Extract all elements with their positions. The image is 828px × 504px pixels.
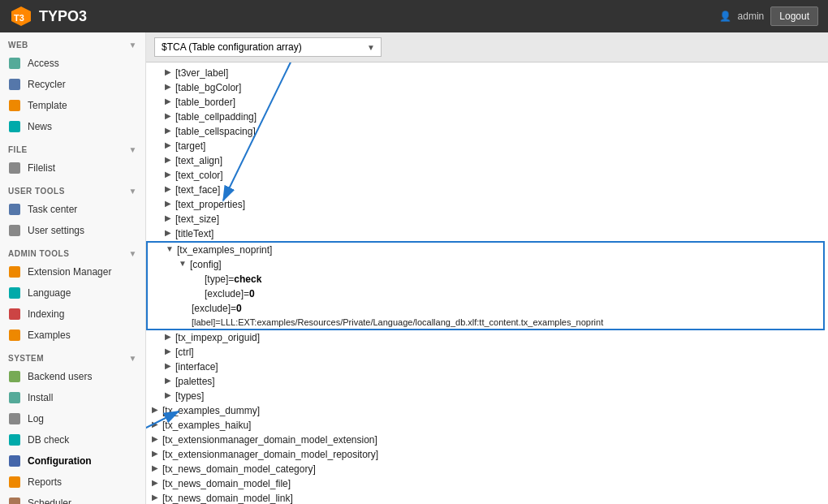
sidebar-item-db-check[interactable]: DB check [0,429,145,450]
tree-node[interactable]: ▶[tx_examples_dummy] [146,403,828,418]
tree-node[interactable]: ▶[table_cellpadding] [146,110,828,124]
reports-icon [9,476,20,488]
sidebar-item-news[interactable]: News [0,116,145,137]
tree-label: [tx_impexp_origuid] [174,331,261,344]
tree-toggle[interactable]: ▶ [149,478,161,489]
tree-toggle[interactable]: ▶ [162,347,174,358]
chevron-down-icon: ▼ [129,354,137,363]
tree-node[interactable]: ▶[tx_news_domain_model_category] [146,462,828,476]
tree-toggle[interactable]: ▶ [162,97,174,108]
indexing-icon [9,308,20,320]
sidebar-item-template[interactable]: Template [0,95,145,116]
tree-toggle[interactable]: ▶ [162,390,174,402]
sidebar-item-recycler[interactable]: Recycler [0,74,145,95]
content-area: $TCA (Table configuration array) $TYPO3_… [146,32,828,504]
tree-toggle[interactable]: ▶ [162,67,174,79]
tree-node[interactable]: ▶[tx_extensionmanager_domain_model_exten… [146,433,828,447]
sidebar-item-configuration[interactable]: Configuration [0,450,145,472]
tree-node[interactable]: ▶[table_bgColor] [146,80,828,95]
tree-node[interactable]: ▶[palettes] [146,374,828,389]
tree-node[interactable]: [label]=LLL:EXT:examples/Resources/Priva… [148,316,823,329]
tree-label: [types] [174,390,205,403]
sidebar-item-access[interactable]: Access [0,53,145,74]
tree-toggle[interactable]: ▼ [164,244,175,256]
tree-toggle[interactable]: ▶ [149,449,161,460]
tree-node[interactable]: ▼[tx_examples_noprint] [146,241,825,257]
tree-node[interactable]: ▶[tx_impexp_origuid] [146,330,828,345]
sidebar-item-indexing[interactable]: Indexing [0,304,145,325]
sidebar-item-examples[interactable]: Examples [0,325,145,346]
sidebar-item-extension-manager[interactable]: Extension Manager [0,261,145,282]
tree-toggle[interactable]: ▶ [149,420,161,431]
tree-content[interactable]: ▶[t3ver_label]▶[table_bgColor]▶[table_bo… [146,62,828,504]
tree-node[interactable]: ▶[text_align] [146,153,828,168]
tree-node[interactable]: ▶[text_size] [146,212,828,226]
sidebar-item-scheduler[interactable]: Scheduler [0,493,145,504]
tree-toggle[interactable]: ▶ [149,463,161,475]
task-center-icon [9,204,20,215]
tree-toggle[interactable]: ▶ [162,199,174,210]
tree-node[interactable]: ▶[interface] [146,360,828,374]
tree-node[interactable]: ▶[tx_extensionmanager_domain_model_repos… [146,447,828,462]
tree-node[interactable]: ▶[text_color] [146,168,828,183]
chevron-down-icon: ▼ [129,187,137,196]
user-icon: 👤 [719,11,731,22]
tree-toggle[interactable]: ▶ [162,213,174,225]
tree-toggle[interactable]: ▶ [149,434,161,446]
chevron-down-icon: ▼ [129,145,137,154]
logout-button[interactable]: Logout [770,6,818,26]
tree-toggle[interactable]: ▶ [162,228,174,239]
tree-toggle[interactable]: ▶ [162,361,174,373]
tree-node[interactable]: [exclude]=0 [148,301,823,316]
sidebar-item-filelist[interactable]: Filelist [0,157,145,179]
tree-node[interactable]: ▶[tx_news_domain_model_file] [146,476,828,491]
tca-select[interactable]: $TCA (Table configuration array) $TYPO3_… [154,37,382,57]
sidebar-item-user-settings[interactable]: User settings [0,220,145,241]
tree-toggle[interactable]: ▶ [162,170,174,181]
tree-node[interactable]: ▶[text_face] [146,183,828,197]
tree-node[interactable]: ▶[titleText] [146,226,828,241]
tree-toggle[interactable]: ▶ [162,376,174,387]
user-area: 👤 admin Logout [719,6,818,26]
sidebar-section-file: FILE ▼ [0,140,145,157]
tree-node[interactable]: ▶[target] [146,139,828,153]
tree-toggle[interactable]: ▶ [162,111,174,123]
tree-node[interactable]: [exclude]=0 [148,286,823,301]
tree-node[interactable]: ▶[text_properties] [146,197,828,212]
sidebar-item-install[interactable]: Install [0,387,145,408]
tree-node[interactable]: ▶[ctrl] [146,345,828,360]
content-toolbar: $TCA (Table configuration array) $TYPO3_… [146,32,828,62]
examples-icon [9,330,20,341]
username-label: admin [738,11,765,22]
sidebar-item-backend-users[interactable]: Backend users [0,366,145,387]
tree-node[interactable]: ▶[t3ver_label] [146,66,828,80]
sidebar-item-log[interactable]: Log [0,408,145,429]
tree-toggle[interactable]: ▶ [162,184,174,196]
sidebar-item-reports[interactable]: Reports [0,472,145,493]
tree-toggle[interactable]: ▶ [162,332,174,343]
log-icon [9,413,20,424]
tree-toggle[interactable]: ▶ [162,126,174,137]
sidebar-item-language[interactable]: Language [0,282,145,304]
tree-node[interactable]: ▼[config] [148,257,823,272]
sidebar-section-web: WEB ▼ [0,36,145,53]
tree-node[interactable]: ▶[types] [146,389,828,403]
sidebar-section-usertools: USER TOOLS ▼ [0,182,145,199]
tree-node[interactable]: [type]=check [148,272,823,286]
tree-node[interactable]: ▶[tx_examples_haiku] [146,418,828,433]
sidebar: WEB ▼ Access Recycler Template News FILE… [0,32,146,504]
tree-toggle[interactable]: ▼ [177,259,188,270]
dropdown-wrapper[interactable]: $TCA (Table configuration array) $TYPO3_… [154,37,382,57]
tree-toggle[interactable]: ▶ [162,140,174,152]
tree-node[interactable]: ▶[table_cellspacing] [146,124,828,139]
tree-toggle[interactable]: ▶ [162,82,174,93]
tree-label: [titleText] [174,227,215,240]
tree-toggle[interactable]: ▶ [149,493,161,504]
tree-node[interactable]: ▶[tx_news_domain_model_link] [146,491,828,504]
tree-node[interactable]: ▶[table_border] [146,95,828,110]
tree-toggle[interactable]: ▶ [162,155,174,166]
tree-label: [tx_extensionmanager_domain_model_extens… [161,433,379,446]
tree-label: [exclude]=0 [190,302,244,315]
tree-toggle[interactable]: ▶ [149,405,161,416]
sidebar-item-task-center[interactable]: Task center [0,199,145,220]
